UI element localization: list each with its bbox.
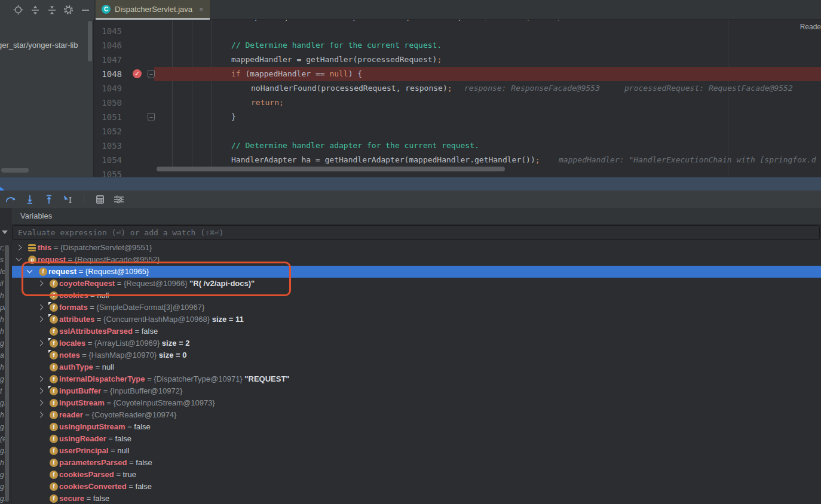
variable-row-secure[interactable]: fsecure = false bbox=[12, 493, 821, 504]
variables-tab-label[interactable]: Variables bbox=[20, 211, 52, 220]
variable-text: attributes = {ConcurrentHashMap@10968} s… bbox=[59, 314, 244, 325]
hide-panel-icon[interactable] bbox=[80, 5, 90, 15]
variable-row-attributes[interactable]: fattributes = {ConcurrentHashMap@10968} … bbox=[12, 314, 821, 325]
code-text: multipartRequestParsed = (processedReque… bbox=[231, 20, 488, 24]
evaluate-expression-icon[interactable] bbox=[94, 193, 106, 205]
chevron-down-icon[interactable] bbox=[16, 256, 22, 262]
variable-text: userPrincipal = null bbox=[59, 445, 129, 457]
inline-debugger-hint: response: ResponseFacade@9553 bbox=[464, 81, 600, 96]
variable-row-userPrincipal[interactable]: fuserPrincipal = null bbox=[12, 445, 821, 457]
variable-row-locales[interactable]: flocales = {ArrayList@10969} size = 2 bbox=[12, 337, 821, 349]
fold-marker-icon[interactable]: – bbox=[148, 113, 155, 121]
editor-tab[interactable]: C DispatcherServlet.java × bbox=[96, 0, 210, 18]
line-number[interactable]: 1044 bbox=[97, 20, 122, 24]
variable-text: usingInputStream = false bbox=[59, 421, 151, 433]
field-icon: f bbox=[50, 471, 58, 479]
variable-text: notes = {HashMap@10970} size = 0 bbox=[59, 349, 186, 361]
field-icon: f bbox=[50, 447, 58, 455]
line-number[interactable]: 1055 bbox=[97, 167, 122, 177]
locate-file-icon[interactable] bbox=[13, 5, 23, 15]
line-number[interactable]: 1049 bbox=[97, 81, 122, 96]
variable-row-inputStream[interactable]: finputStream = {CoyoteInputStream@10973} bbox=[12, 397, 821, 409]
collapse-all-icon[interactable] bbox=[47, 5, 57, 15]
variable-row-request[interactable]: prequest = {RequestFacade@9552} bbox=[12, 254, 821, 266]
variable-row-notes[interactable]: fnotes = {HashMap@10970} size = 0 bbox=[12, 349, 821, 361]
frames-scrollbar[interactable] bbox=[5, 245, 9, 502]
code-text: } bbox=[231, 110, 236, 124]
frames-column-header bbox=[0, 208, 11, 225]
field-icon: f bbox=[50, 315, 58, 324]
variable-row-internalDispatcherType[interactable]: finternalDispatcherType = {DispatcherTyp… bbox=[12, 373, 821, 385]
line-number[interactable]: 1048 bbox=[97, 67, 122, 81]
step-into-icon[interactable] bbox=[24, 193, 36, 205]
project-panel-toolbar bbox=[0, 0, 94, 20]
field-icon: f bbox=[50, 375, 58, 383]
chevron-down-icon[interactable] bbox=[27, 268, 33, 273]
variable-row-formats[interactable]: fformats = {SimpleDateFormat[3]@10967} bbox=[12, 302, 821, 314]
variable-row-sslAttributesParsed[interactable]: fsslAttributesParsed = false bbox=[12, 325, 821, 337]
chevron-right-icon[interactable] bbox=[38, 316, 44, 322]
chevron-right-icon[interactable] bbox=[16, 245, 22, 251]
tab-close-icon[interactable]: × bbox=[199, 5, 204, 14]
expand-all-icon[interactable] bbox=[30, 5, 40, 15]
variable-row-coyoteRequest[interactable]: fcoyoteRequest = {Request@10966} "R( /v2… bbox=[12, 278, 821, 290]
line-number[interactable]: 1052 bbox=[97, 124, 122, 139]
frames-list-sliver[interactable]: r;sleilhprhhgahgtg.hg(eg.hggg. bbox=[0, 241, 11, 504]
variable-text: this = {DispatcherServlet@9551} bbox=[38, 242, 152, 254]
thread-dropdown-icon[interactable] bbox=[2, 231, 8, 234]
variable-text: request = {Request@10965} bbox=[48, 266, 149, 278]
variable-text: inputBuffer = {InputBuffer@10972} bbox=[59, 385, 182, 397]
evaluate-expression-input[interactable]: Evaluate expression (⏎) or add a watch (… bbox=[12, 225, 820, 240]
code-editor[interactable]: 1044multipartRequestParsed = (processedR… bbox=[94, 20, 821, 177]
project-vertical-scrollbar[interactable] bbox=[88, 21, 92, 62]
chevron-right-icon[interactable] bbox=[38, 281, 44, 287]
line-number[interactable]: 1045 bbox=[97, 24, 122, 38]
editor-horizontal-scrollbar[interactable] bbox=[157, 167, 505, 171]
settings-gear-icon[interactable] bbox=[63, 5, 73, 15]
panel-splitter[interactable] bbox=[0, 177, 821, 190]
variable-row-reader[interactable]: freader = {CoyoteReader@10974} bbox=[12, 409, 821, 421]
chevron-right-icon[interactable] bbox=[38, 376, 44, 382]
chevron-right-icon[interactable] bbox=[38, 400, 44, 406]
variable-row-cookiesParsed[interactable]: fcookiesParsed = true bbox=[12, 469, 821, 481]
variable-row-cookiesConverted[interactable]: fcookiesConverted = false bbox=[12, 481, 821, 493]
code-line: 1048✓–if (mappedHandler == null) { bbox=[94, 67, 821, 81]
toolbar-separator bbox=[84, 194, 84, 205]
variable-row-authType[interactable]: fauthType = null bbox=[12, 361, 821, 373]
chevron-right-icon[interactable] bbox=[38, 412, 44, 418]
chevron-right-icon[interactable] bbox=[38, 388, 44, 394]
variable-row-usingReader[interactable]: fusingReader = false bbox=[12, 433, 821, 445]
this-variable-icon bbox=[28, 244, 36, 251]
variable-text: formats = {SimpleDateFormat[3]@10967} bbox=[59, 302, 204, 314]
line-number[interactable]: 1054 bbox=[97, 153, 122, 167]
code-text: // Determine handler for the current req… bbox=[231, 38, 442, 53]
fold-marker-icon[interactable]: – bbox=[148, 70, 155, 78]
chevron-right-icon[interactable] bbox=[38, 305, 44, 311]
line-number[interactable]: 1050 bbox=[97, 96, 122, 110]
variable-row-this[interactable]: this = {DispatcherServlet@9551} bbox=[12, 242, 821, 254]
variables-panel[interactable]: r;sleilhprhhgahgtg.hg(eg.hggg. this = {D… bbox=[0, 241, 821, 504]
step-out-icon[interactable] bbox=[43, 193, 55, 205]
project-horizontal-scrollbar[interactable] bbox=[1, 168, 29, 173]
variable-text: internalDispatcherType = {DispatcherType… bbox=[59, 373, 290, 385]
line-number[interactable]: 1046 bbox=[97, 38, 122, 53]
line-number[interactable]: 1047 bbox=[97, 53, 122, 67]
chevron-right-icon[interactable] bbox=[38, 340, 44, 346]
variable-row-parametersParsed[interactable]: fparametersParsed = false bbox=[12, 457, 821, 469]
variable-text: request = {RequestFacade@9552} bbox=[38, 254, 160, 266]
line-number[interactable]: 1053 bbox=[97, 139, 122, 153]
code-line: 1044multipartRequestParsed = (processedR… bbox=[94, 20, 821, 24]
field-icon: f bbox=[50, 327, 58, 336]
run-to-cursor-icon[interactable] bbox=[62, 193, 74, 205]
layout-settings-icon[interactable] bbox=[113, 193, 125, 205]
project-panel[interactable]: ger_star/yonger-star-lib bbox=[0, 20, 94, 177]
line-number[interactable]: 1051 bbox=[97, 110, 122, 124]
breakpoint-icon[interactable]: ✓ bbox=[133, 69, 142, 78]
variable-row-inputBuffer[interactable]: finputBuffer = {InputBuffer@10972} bbox=[12, 385, 821, 397]
variable-row-cookies[interactable]: fcookies = null bbox=[12, 290, 821, 302]
variable-row-usingInputStream[interactable]: fusingInputStream = false bbox=[12, 421, 821, 433]
project-path-fragment: ger_star/yonger-star-lib bbox=[0, 41, 78, 50]
evaluate-row: Evaluate expression (⏎) or add a watch (… bbox=[0, 225, 821, 241]
step-over-icon[interactable] bbox=[5, 193, 17, 205]
variable-row-request[interactable]: frequest = {Request@10965} bbox=[12, 266, 821, 278]
